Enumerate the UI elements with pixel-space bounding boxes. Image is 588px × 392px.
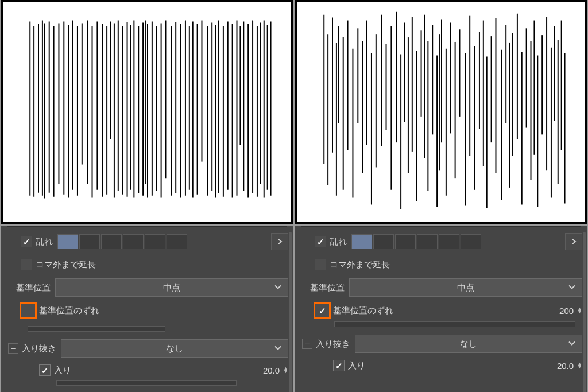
in-slider[interactable] bbox=[56, 380, 237, 386]
inout-collapse-toggle[interactable]: − bbox=[8, 343, 18, 354]
disturbance-preset-tabs bbox=[351, 234, 563, 249]
extend-label: コマ外まで延長 bbox=[36, 259, 96, 270]
inout-label: 入り抜き bbox=[316, 339, 350, 350]
preset-tab-5[interactable] bbox=[439, 234, 459, 249]
extend-label: コマ外まで延長 bbox=[330, 259, 390, 270]
offset-checkbox[interactable] bbox=[315, 303, 330, 318]
in-value-spinner[interactable]: 20.0 bbox=[536, 361, 582, 371]
preset-tab-5[interactable] bbox=[145, 234, 165, 249]
base-position-value: 中点 bbox=[457, 282, 474, 293]
base-position-select[interactable]: 中点 bbox=[349, 278, 582, 297]
more-presets-button[interactable] bbox=[565, 233, 582, 250]
inout-label: 入り抜き bbox=[22, 343, 56, 354]
preset-tab-1[interactable] bbox=[57, 234, 78, 249]
offset-label: 基準位置のずれ bbox=[39, 305, 99, 316]
canvas-preview-left bbox=[1, 0, 293, 224]
settings-panel-left: 乱れ コマ外まで延長 基準位置 中点 bbox=[1, 226, 293, 392]
disturbance-checkbox[interactable] bbox=[315, 236, 326, 247]
offset-slider[interactable] bbox=[28, 326, 165, 332]
in-value: 20.0 bbox=[263, 366, 280, 375]
preset-tab-3[interactable] bbox=[395, 234, 416, 249]
in-checkbox[interactable] bbox=[333, 360, 345, 371]
offset-slider[interactable] bbox=[334, 321, 575, 327]
in-label: 入り bbox=[348, 360, 365, 371]
base-position-label: 基準位置 bbox=[310, 282, 345, 293]
preset-tab-2[interactable] bbox=[373, 234, 394, 249]
inout-select[interactable]: なし bbox=[355, 335, 582, 353]
preset-tab-2[interactable] bbox=[79, 234, 100, 249]
base-position-select[interactable]: 中点 bbox=[55, 278, 288, 297]
offset-label: 基準位置のずれ bbox=[333, 305, 393, 316]
chevron-down-icon bbox=[568, 339, 576, 349]
inout-collapse-toggle[interactable]: − bbox=[302, 339, 312, 349]
base-position-label: 基準位置 bbox=[16, 282, 51, 293]
spinner-icon bbox=[577, 363, 582, 368]
base-position-value: 中点 bbox=[163, 282, 180, 293]
more-presets-button[interactable] bbox=[271, 233, 288, 250]
inout-value: なし bbox=[166, 343, 183, 354]
chevron-down-icon bbox=[274, 283, 282, 293]
in-checkbox[interactable] bbox=[39, 364, 51, 376]
preset-tab-1[interactable] bbox=[351, 234, 372, 249]
disturbance-label: 乱れ bbox=[36, 236, 53, 247]
preset-tab-3[interactable] bbox=[101, 234, 122, 249]
in-label: 入り bbox=[54, 365, 71, 376]
canvas-preview-right bbox=[295, 0, 587, 224]
in-value-spinner[interactable]: 20.0 bbox=[242, 366, 288, 375]
offset-value: 200 bbox=[559, 306, 574, 316]
offset-value-spinner[interactable]: 200 bbox=[536, 306, 582, 316]
spinner-icon bbox=[577, 308, 582, 313]
panel-scrollbar[interactable] bbox=[583, 232, 586, 392]
chevron-down-icon bbox=[568, 283, 576, 293]
extend-checkbox[interactable] bbox=[21, 259, 32, 270]
inout-value: なし bbox=[460, 339, 477, 350]
in-value: 20.0 bbox=[557, 361, 574, 371]
preset-tab-4[interactable] bbox=[417, 234, 438, 249]
chevron-down-icon bbox=[274, 344, 282, 354]
preset-tab-6[interactable] bbox=[461, 234, 481, 249]
settings-panel-right: 乱れ コマ外まで延長 基準位置 中点 bbox=[295, 226, 587, 392]
disturbance-preset-tabs bbox=[57, 234, 269, 249]
offset-checkbox[interactable] bbox=[21, 303, 36, 318]
extend-checkbox[interactable] bbox=[315, 259, 326, 270]
preset-tab-6[interactable] bbox=[167, 234, 187, 249]
panel-scrollbar[interactable] bbox=[289, 232, 292, 392]
spinner-icon bbox=[283, 367, 288, 373]
inout-select[interactable]: なし bbox=[61, 339, 288, 358]
disturbance-checkbox[interactable] bbox=[21, 236, 32, 247]
disturbance-label: 乱れ bbox=[330, 236, 347, 247]
preset-tab-4[interactable] bbox=[123, 234, 144, 249]
